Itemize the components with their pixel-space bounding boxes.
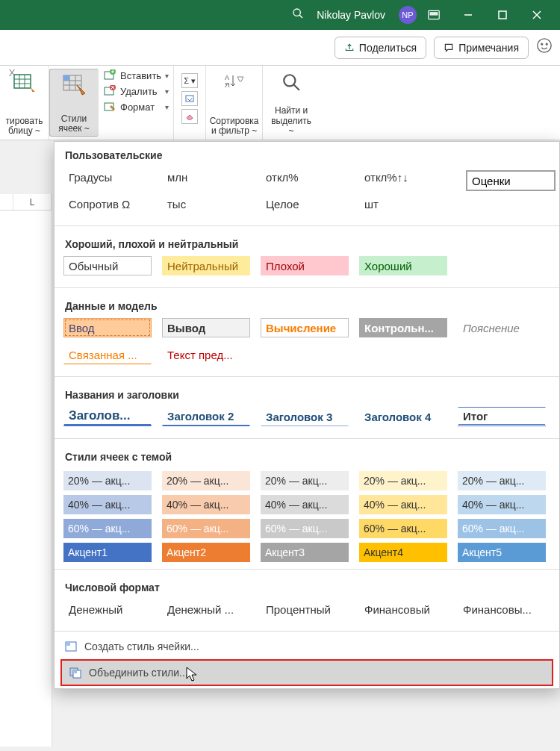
style-output[interactable]: Вывод (162, 318, 250, 337)
merge-styles-icon (69, 667, 83, 679)
style-financial[interactable]: Финансовый (359, 599, 447, 619)
style-themed-item[interactable]: 40% — акц... (63, 495, 152, 514)
share-button[interactable]: Поделиться (335, 37, 426, 59)
style-themed-item[interactable]: 60% — акц... (359, 519, 447, 538)
user-name[interactable]: Nikolay Pavlov (317, 9, 385, 21)
create-style-action[interactable]: Создать стиль ячейки... (55, 636, 559, 657)
style-themed-item[interactable]: 40% — акц... (162, 495, 250, 514)
delete-cells-button[interactable]: Удалить▾ (103, 84, 169, 98)
style-explanation[interactable]: Пояснение (458, 318, 546, 337)
style-financial0[interactable]: Финансовы... (458, 599, 546, 619)
style-item[interactable]: шт (359, 194, 447, 214)
search-icon[interactable] (288, 7, 308, 22)
format-label: Формат (120, 102, 155, 113)
svg-point-34 (284, 75, 295, 86)
svg-line-1 (299, 15, 302, 18)
svg-rect-21 (63, 75, 69, 81)
style-themed-item[interactable]: Акцент2 (162, 543, 250, 562)
style-themed-item[interactable]: 60% — акц... (458, 519, 546, 538)
chevron-down-icon: ▾ (165, 103, 169, 111)
delete-label: Удалить (120, 86, 158, 97)
sheet-column-area: L (0, 194, 52, 747)
style-item[interactable]: Целое (261, 194, 349, 214)
style-heading4[interactable]: Заголовок 4 (359, 407, 447, 426)
fill-button[interactable] (181, 91, 198, 106)
style-themed-item[interactable]: Акцент4 (359, 543, 447, 562)
close-icon[interactable] (520, 0, 554, 30)
style-themed-item[interactable]: 40% — акц... (261, 495, 349, 514)
style-warning[interactable]: Текст пред... (162, 345, 250, 364)
feedback-icon[interactable] (536, 37, 553, 57)
style-themed-item[interactable]: Акцент5 (458, 543, 546, 562)
style-percent[interactable]: Процентный (261, 599, 349, 619)
style-good[interactable]: Хороший (359, 256, 447, 275)
column-header-L[interactable]: L (13, 194, 52, 210)
style-preview-ocenki[interactable]: Оценки (466, 170, 556, 191)
style-heading2[interactable]: Заголовок 2 (162, 407, 250, 426)
style-neutral[interactable]: Нейтральный (162, 256, 250, 275)
sort-filter-button[interactable]: АЯ Сортировка и фильтр ~ (206, 66, 263, 140)
create-style-label: Создать стиль ячейки... (84, 641, 199, 652)
style-heading3[interactable]: Заголовок 3 (261, 407, 349, 426)
style-item[interactable]: откл% (261, 167, 349, 187)
svg-rect-5 (499, 11, 506, 19)
style-linked[interactable]: Связанная ... (63, 345, 152, 364)
style-themed-item[interactable]: 20% — акц... (359, 471, 447, 490)
style-check[interactable]: Контрольн... (359, 318, 447, 337)
section-number: Числовой формат (55, 574, 559, 599)
merge-styles-action[interactable]: Объединить стили... (60, 659, 553, 686)
style-total[interactable]: Итог (458, 407, 546, 426)
style-themed-item[interactable]: Акцент3 (261, 543, 349, 562)
style-themed-item[interactable]: 60% — акц... (162, 519, 250, 538)
style-themed-item[interactable]: 20% — акц... (63, 471, 152, 490)
svg-rect-37 (66, 642, 70, 646)
svg-line-35 (293, 84, 299, 90)
style-item[interactable]: Градусы (63, 167, 152, 187)
merge-styles-label: Объединить стили... (89, 667, 188, 679)
style-themed-item[interactable]: 20% — акц... (261, 471, 349, 490)
comments-button[interactable]: Примечания (434, 37, 529, 59)
style-item[interactable]: тыс (162, 194, 250, 214)
section-headings: Названия и заголовки (55, 381, 559, 407)
style-themed-item[interactable]: Акцент1 (63, 543, 152, 562)
svg-point-9 (541, 43, 543, 45)
cell-styles-label: Стили ячеек ~ (58, 114, 90, 134)
minimize-icon[interactable] (451, 0, 485, 30)
style-themed-item[interactable]: 40% — акц... (359, 495, 447, 514)
style-item[interactable]: откл%↑↓ (359, 167, 447, 187)
style-heading1[interactable]: Заголов... (63, 407, 152, 426)
style-themed-item[interactable]: 60% — акц... (63, 519, 152, 538)
insert-cells-button[interactable]: Вставить▾ (103, 69, 169, 82)
find-select-button[interactable]: Найти и выделить ~ (263, 66, 320, 140)
style-currency[interactable]: Денежный (63, 599, 152, 619)
chevron-down-icon: ▾ (165, 87, 169, 96)
style-themed-item[interactable]: 40% — акц... (458, 495, 546, 514)
style-item[interactable]: Сопротив Ω (63, 194, 152, 214)
svg-rect-40 (73, 670, 77, 673)
ribbon: тировать блицу ~ Стили ячеек ~ Вставить▾… (0, 66, 560, 140)
cancel-edit-icon[interactable]: X (4, 67, 19, 78)
sort-filter-icon: АЯ (222, 69, 247, 95)
section-gbn: Хороший, плохой и нейтральный (55, 231, 559, 256)
formula-bar: X (0, 30, 18, 45)
user-avatar[interactable]: NP (399, 6, 417, 24)
style-currency0[interactable]: Денежный ... (162, 599, 250, 619)
title-bar: Nikolay Pavlov NP (0, 0, 560, 30)
find-icon (279, 69, 304, 95)
style-bad[interactable]: Плохой (261, 256, 349, 275)
style-item[interactable]: млн (162, 167, 250, 187)
clear-button[interactable] (181, 109, 198, 124)
maximize-icon[interactable] (485, 0, 520, 30)
comments-label: Примечания (458, 42, 519, 54)
style-themed-item[interactable]: 60% — акц... (261, 519, 349, 538)
style-themed-item[interactable]: 20% — акц... (162, 471, 250, 490)
style-input[interactable]: Ввод (63, 318, 152, 337)
style-normal[interactable]: Обычный (63, 256, 152, 275)
style-calculation[interactable]: Вычисление (261, 318, 349, 337)
format-cells-button[interactable]: Формат▾ (103, 100, 169, 113)
cell-styles-button[interactable]: Стили ячеек ~ (49, 69, 99, 137)
chevron-down-icon: ▾ (165, 72, 169, 80)
ribbon-display-icon[interactable] (417, 0, 451, 30)
style-themed-item[interactable]: 20% — акц... (458, 471, 546, 490)
autosum-button[interactable]: Σ ▾ (181, 73, 198, 88)
